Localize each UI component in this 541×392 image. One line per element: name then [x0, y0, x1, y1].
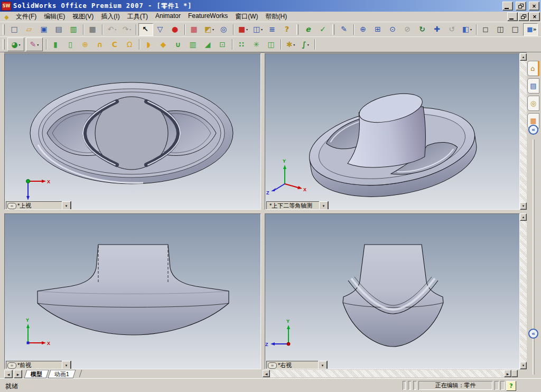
view-selector-right[interactable]: ∞ *右视 ▼	[266, 361, 328, 369]
curves-button[interactable]: ∫▾	[298, 38, 313, 51]
edit-color-button[interactable]: ▦	[187, 23, 202, 36]
lofted-boss-button[interactable]: Ω	[123, 38, 137, 51]
child-close-button[interactable]: ×	[529, 12, 540, 21]
selection-filter-button[interactable]: ▽	[153, 23, 168, 36]
help-button[interactable]: ?	[280, 23, 295, 36]
view-selector-dropdown[interactable]: ▼	[318, 361, 327, 369]
zoom-in-out-button[interactable]: ⊙	[386, 23, 400, 36]
active-feature-button[interactable]: ◕▾	[7, 38, 24, 51]
print-button[interactable]: ▦	[86, 23, 100, 36]
draft-button[interactable]: ◢	[201, 38, 216, 51]
scroll-right-button[interactable]: ▶	[504, 370, 511, 377]
mirror-button[interactable]: ◫	[264, 38, 279, 51]
menu-edit[interactable]: 编辑(E)	[40, 12, 69, 22]
save-button[interactable]: ▣	[37, 23, 52, 36]
menu-tools[interactable]: 工具(T)	[124, 12, 152, 22]
menu-window[interactable]: 窗口(W)	[231, 12, 262, 22]
hidden-lines-removed-button[interactable]: □	[508, 23, 523, 36]
viewport-right[interactable]: Y Z ∞ *右视 ▼	[265, 213, 520, 369]
scroll-up-button[interactable]: ▲	[520, 53, 527, 61]
task-pane-collapse-button[interactable]: «	[528, 125, 538, 135]
minimize-button[interactable]	[502, 2, 513, 11]
scrollbar-thumb[interactable]	[511, 370, 518, 377]
viewport-right-canvas[interactable]: Y Z	[265, 214, 520, 369]
fillet-button[interactable]: ◗	[142, 38, 156, 51]
toolbar-overflow-button[interactable]: »	[530, 24, 539, 34]
open-button[interactable]: ▱	[22, 23, 37, 36]
solidworks-content-button[interactable]: ■▾	[236, 23, 250, 36]
rib-button[interactable]: ▥	[186, 38, 201, 51]
scroll-left-button[interactable]: ◀	[263, 370, 270, 377]
viewport-isometric[interactable]: Y X Z *上下二等角轴测 ▼	[265, 53, 520, 210]
restore-button[interactable]	[516, 2, 526, 11]
feature-pane-collapse-button[interactable]: «	[528, 329, 538, 339]
chamfer-button[interactable]: ◆	[156, 38, 171, 51]
circular-pattern-button[interactable]: ✳	[249, 38, 264, 51]
viewport-layout-button[interactable]: ◫▾	[250, 23, 265, 36]
menu-view[interactable]: 视图(V)	[69, 12, 97, 22]
sketch-button[interactable]: ✎▾	[26, 38, 43, 51]
scrollbar-vertical-top[interactable]: ▲ ▼	[520, 53, 527, 210]
scroll-down-button[interactable]: ▼	[520, 202, 527, 210]
scrollbar-horizontal[interactable]: ◀ ▶	[263, 370, 518, 377]
revolved-boss-button[interactable]: ⊕	[78, 38, 93, 51]
view-selector-isometric[interactable]: *上下二等角轴测 ▼	[266, 201, 329, 210]
menu-file[interactable]: 文件(F)	[12, 12, 40, 22]
tab-scroll-right-button[interactable]: ▶	[14, 370, 22, 378]
rotate-about-button[interactable]: ↺	[445, 23, 460, 36]
viewport-front[interactable]: Y X ∞ *前视 ▼	[4, 213, 261, 369]
make-assembly-button[interactable]: ▥	[67, 23, 81, 36]
child-minimize-button[interactable]	[507, 12, 518, 21]
sheet-tab-animation1[interactable]: 动画1	[48, 370, 76, 378]
shell-button[interactable]: ∪	[171, 38, 186, 51]
options-list-button[interactable]: ≡	[265, 23, 280, 36]
taskpane-file-explorer-tab[interactable]: ◎	[527, 96, 539, 111]
menu-animator[interactable]: Animator	[152, 12, 184, 22]
zoom-area-button[interactable]: ⊞	[371, 23, 386, 36]
swept-boss-button[interactable]: C	[108, 38, 123, 51]
view-selector-top[interactable]: ∞ *上视 ▼	[6, 201, 71, 210]
check-button[interactable]: ◎	[217, 23, 231, 36]
hidden-lines-visible-button[interactable]: ◫	[493, 23, 508, 36]
linear-pattern-button[interactable]: ∷	[235, 38, 249, 51]
measure-button[interactable]: ◩▾	[202, 23, 217, 36]
viewport-isometric-canvas[interactable]: Y X Z	[265, 54, 520, 210]
view-selector-dropdown[interactable]: ▼	[319, 201, 328, 210]
redo-button[interactable]: ↷▾	[119, 23, 134, 36]
wireframe-button[interactable]: ◻	[479, 23, 493, 36]
new-button[interactable]: □	[7, 23, 22, 36]
taskpane-design-library-tab[interactable]: ▤	[527, 78, 539, 94]
toggle-selection-filter-button[interactable]: ●	[168, 23, 183, 36]
reference-geometry-button[interactable]: ✱▾	[283, 38, 298, 51]
viewport-top[interactable]: X Z ∞ *上视 ▼	[4, 53, 261, 210]
edrawings-button[interactable]: e	[301, 23, 316, 36]
scroll-up-button[interactable]: ▲	[520, 213, 527, 221]
child-restore-button[interactable]	[518, 12, 529, 21]
menu-featureworks[interactable]: FeatureWorks	[184, 12, 231, 22]
document-icon[interactable]: ◆	[3, 13, 11, 21]
redraw-button[interactable]: ✎	[337, 23, 352, 36]
taskpane-home-tab[interactable]: ⌂	[527, 61, 539, 76]
select-button[interactable]: ↖	[138, 23, 153, 36]
standard-views-button[interactable]: ◧▾	[460, 23, 474, 36]
undo-button[interactable]: ↶▾	[105, 23, 119, 36]
sheet-tab-model[interactable]: 模型	[24, 370, 49, 378]
close-button[interactable]: ×	[529, 2, 539, 11]
rotate-view-button[interactable]: ↻	[415, 23, 430, 36]
menu-help[interactable]: 帮助(H)	[262, 12, 291, 22]
make-drawing-button[interactable]: ▤	[52, 23, 67, 36]
zoom-selection-button[interactable]: ⊘	[400, 23, 415, 36]
status-help-button[interactable]: ?	[506, 381, 516, 391]
menu-insert[interactable]: 插入(I)	[97, 12, 123, 22]
extruded-boss-button[interactable]: ▮	[49, 38, 63, 51]
viewport-top-canvas[interactable]: X Z	[5, 54, 261, 210]
pan-button[interactable]: ✚	[430, 23, 445, 36]
zoom-fit-button[interactable]: ⊕	[356, 23, 371, 36]
view-selector-dropdown[interactable]: ▼	[62, 361, 71, 369]
extruded-cut-button[interactable]: ▯	[63, 38, 78, 51]
viewport-front-canvas[interactable]: Y X	[5, 214, 261, 369]
featureworks-check-button[interactable]: ✓	[316, 23, 331, 36]
view-selector-dropdown[interactable]: ▼	[62, 201, 71, 210]
tab-scroll-left-button[interactable]: ◀	[4, 370, 13, 378]
hole-wizard-button[interactable]: ⊡	[216, 38, 230, 51]
